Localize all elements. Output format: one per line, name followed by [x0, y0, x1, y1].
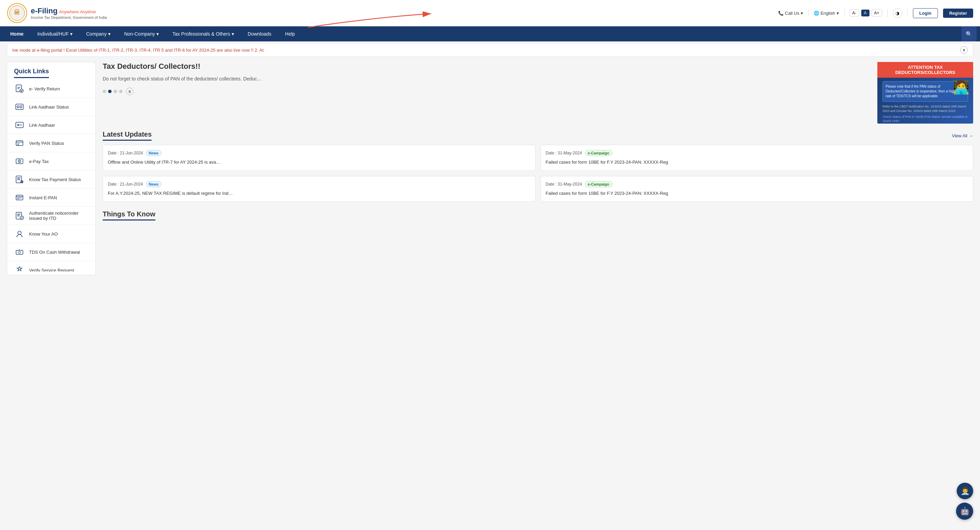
ql-verify-service-request[interactable]: Verify Service Request	[7, 261, 95, 271]
nav-downloads[interactable]: Downloads	[241, 26, 278, 42]
banner-img-red-header: ATTENTION TAX DEDUCTORS/COLLECTORS	[877, 62, 973, 78]
ql-link-aadhaar-status[interactable]: Link Aadhaar Status	[7, 98, 95, 116]
update-tag-3: News	[146, 181, 162, 187]
carousel-dot-1[interactable]	[103, 90, 106, 93]
call-us-chevron-icon: ▾	[801, 11, 803, 16]
banner-title: Tax Deductors/ Collectors!!	[103, 62, 870, 71]
ticker-pause-button[interactable]: ⏸	[960, 46, 968, 54]
logo-text: e-Filing Anywhere Anytime Income Tax Dep…	[31, 6, 107, 19]
call-us-dropdown[interactable]: 📞 Call Us ▾	[778, 11, 803, 16]
logo-subtitle: Income Tax Department, Government of Ind…	[31, 15, 107, 19]
svg-point-6	[17, 106, 19, 108]
nav-help[interactable]: Help	[278, 26, 302, 42]
quick-links-list: e- Verify Return Link Aadhaar Status Lin…	[7, 80, 95, 271]
update-card-1[interactable]: Date : 21-Jun-2024 News Offline and Onli…	[103, 145, 536, 171]
font-size-controls: A- A A+	[850, 10, 882, 16]
carousel-pause-button[interactable]: ⏸	[126, 88, 134, 95]
efiling-tagline: Anywhere Anytime	[59, 9, 96, 14]
ql-tds-cash-withdrawal[interactable]: TDS On Cash Withdrawal	[7, 243, 95, 261]
contrast-toggle-button[interactable]: ◑	[893, 8, 902, 18]
banner-text: Tax Deductors/ Collectors!! Do not forge…	[103, 62, 870, 95]
register-button[interactable]: Register	[943, 8, 973, 18]
banner-image: ATTENTION TAX DEDUCTORS/COLLECTORS Pleas…	[877, 62, 973, 124]
e-verify-return-icon	[14, 83, 25, 94]
main-nav: Home Individual/HUF ▾ Company ▾ Non-Comp…	[0, 26, 980, 42]
update-card-3[interactable]: Date : 21-Jun-2024 News For A.Y.2024-25,…	[103, 176, 536, 202]
nav-company-label: Company	[86, 31, 107, 37]
search-button[interactable]: 🔍	[961, 26, 977, 42]
search-icon: 🔍	[966, 31, 972, 37]
updates-grid: Date : 21-Jun-2024 News Offline and Onli…	[103, 145, 973, 202]
ql-link-aadhaar-label: Link Aadhaar	[29, 123, 55, 128]
ql-link-aadhaar[interactable]: Link Aadhaar	[7, 116, 95, 134]
update-tag-4: e-Campaign	[585, 181, 612, 187]
globe-icon: 🌐	[814, 11, 819, 16]
non-company-chevron-icon: ▾	[156, 31, 159, 37]
update-date-3: Date : 21-Jun-2024	[108, 182, 143, 187]
svg-point-18	[18, 231, 21, 235]
ql-authenticate-notice[interactable]: Authenticate notice/order issued by ITD	[7, 207, 95, 225]
banner-img-sub: Refer to the CBDT Notification No. 15/20…	[883, 104, 968, 113]
link-aadhaar-icon	[14, 120, 25, 131]
e-pay-tax-icon	[14, 156, 25, 167]
svg-point-15	[18, 198, 19, 199]
ql-e-verify-return[interactable]: e- Verify Return	[7, 80, 95, 98]
svg-point-20	[19, 251, 21, 253]
font-decrease-button[interactable]: A-	[850, 10, 859, 16]
link-aadhaar-status-icon	[14, 101, 25, 112]
update-title-3: For A.Y.2024-25, NEW TAX REGIME is defau…	[108, 190, 530, 197]
ql-know-tax-payment-status[interactable]: Know Tax Payment Status	[7, 171, 95, 188]
emblem-icon: 🏛	[7, 3, 27, 23]
verify-pan-status-icon	[14, 137, 25, 148]
update-meta-3: Date : 21-Jun-2024 News	[108, 181, 530, 187]
ql-instant-epan[interactable]: Instant E-PAN	[7, 188, 95, 207]
company-chevron-icon: ▾	[108, 31, 111, 37]
update-card-2[interactable]: Date : 31-May-2024 e-Campaign Failed cas…	[541, 145, 974, 171]
top-header: 🏛 e-Filing Anywhere Anytime Income Tax D…	[0, 0, 980, 26]
logo-area: 🏛 e-Filing Anywhere Anytime Income Tax D…	[7, 3, 107, 23]
ticker-text: ine mode at e-filing portal ! Excel Util…	[12, 48, 264, 53]
update-meta-1: Date : 21-Jun-2024 News	[108, 150, 530, 156]
update-date-2: Date : 31-May-2024	[546, 151, 582, 155]
verify-service-request-icon	[14, 265, 25, 271]
svg-rect-9	[16, 141, 23, 145]
ql-know-tax-payment-status-label: Know Tax Payment Status	[29, 177, 81, 182]
pause-icon: ⏸	[962, 48, 966, 52]
nav-non-company[interactable]: Non-Company ▾	[118, 26, 165, 42]
ql-e-pay-tax[interactable]: e-Pay Tax	[7, 152, 95, 171]
ql-link-aadhaar-status-label: Link Aadhaar Status	[29, 104, 69, 110]
update-card-4[interactable]: Date : 31-May-2024 e-Campaign Failed cas…	[541, 176, 974, 202]
ql-verify-pan-status[interactable]: Verify PAN Status	[7, 134, 95, 152]
nav-individual-huf[interactable]: Individual/HUF ▾	[30, 26, 80, 42]
nav-tax-professionals-label: Tax Professionals & Others	[172, 31, 230, 37]
authenticate-notice-icon	[14, 210, 25, 221]
carousel-pause-icon: ⏸	[128, 90, 131, 93]
header-controls: 📞 Call Us ▾ 🌐 English ▾ A- A A+ ◑ Login …	[778, 8, 973, 18]
nav-non-company-label: Non-Company	[124, 31, 155, 37]
login-button[interactable]: Login	[913, 8, 938, 18]
carousel-dot-4[interactable]	[119, 90, 123, 93]
font-increase-button[interactable]: A+	[872, 10, 882, 16]
svg-text:🏛: 🏛	[14, 8, 20, 16]
view-all-link[interactable]: View All →	[952, 133, 973, 138]
carousel-dot-2[interactable]	[108, 90, 111, 93]
font-normal-button[interactable]: A	[861, 10, 869, 16]
nav-company[interactable]: Company ▾	[80, 26, 118, 42]
latest-updates-section: Latest Updates View All → Date : 21-Jun-…	[103, 131, 973, 202]
ql-know-your-ao-label: Know Your AO	[29, 231, 58, 236]
call-us-label: Call Us	[785, 11, 799, 16]
know-your-ao-icon	[14, 228, 25, 239]
carousel-dot-3[interactable]	[114, 90, 117, 93]
banner-description: Do not forget to check status of PAN of …	[103, 75, 870, 83]
svg-rect-19	[16, 250, 23, 254]
efiling-brand: e-Filing	[31, 6, 57, 15]
latest-updates-title: Latest Updates	[103, 131, 151, 141]
ql-instant-epan-label: Instant E-PAN	[29, 195, 57, 200]
ql-know-your-ao[interactable]: Know Your AO	[7, 225, 95, 243]
nav-tax-professionals[interactable]: Tax Professionals & Others ▾	[165, 26, 241, 42]
quick-links-title: Quick Links	[14, 68, 49, 78]
nav-home[interactable]: Home	[3, 26, 30, 42]
update-tag-1: News	[146, 150, 162, 156]
ql-verify-service-request-label: Verify Service Request	[29, 268, 74, 272]
language-selector[interactable]: 🌐 English ▾	[814, 11, 839, 16]
